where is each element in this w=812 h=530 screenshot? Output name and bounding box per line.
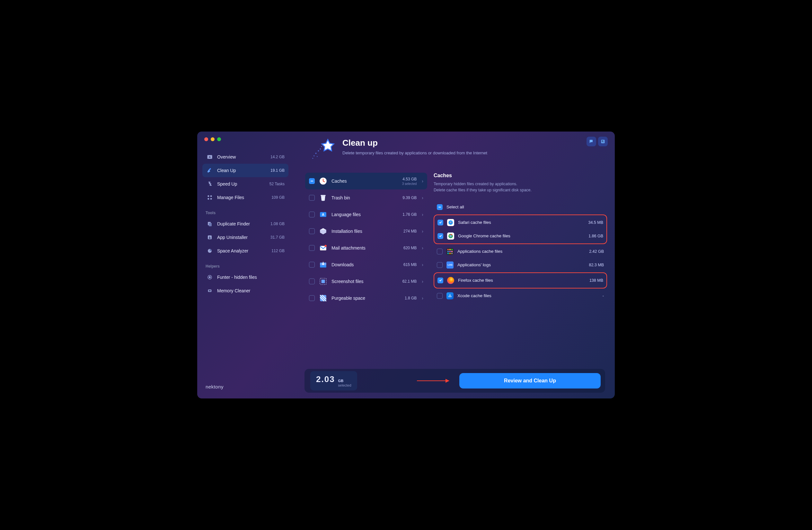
category-label: Downloads bbox=[332, 262, 400, 267]
sidebar-item-overview[interactable]: Overview 14.2 GB bbox=[202, 150, 288, 164]
category-checkbox[interactable] bbox=[309, 279, 315, 284]
page-header: Clean up Delete temporary files created … bbox=[295, 136, 609, 173]
svg-rect-34 bbox=[321, 280, 325, 283]
category-meta: 1.76 GB bbox=[403, 212, 417, 217]
zoom-window-button[interactable] bbox=[217, 137, 221, 141]
shot-icon bbox=[319, 277, 328, 286]
log-icon: LOG bbox=[447, 262, 453, 268]
feedback-button[interactable] bbox=[586, 137, 596, 146]
file-size: 1.86 GB bbox=[589, 234, 603, 238]
selection-unit: GB bbox=[338, 379, 344, 383]
lang-icon: A bbox=[319, 210, 328, 219]
svg-rect-17 bbox=[209, 290, 211, 291]
file-label: Google Chrome cache files bbox=[458, 234, 584, 238]
sidebar-item-duplicate-finder[interactable]: Duplicate Finder 1.08 GB bbox=[202, 217, 288, 231]
sidebar-item-label: Clean Up bbox=[217, 168, 266, 173]
file-label: Safari cache files bbox=[458, 220, 584, 225]
app-window: Overview 14.2 GB Clean Up 19.1 GB Speed … bbox=[197, 131, 615, 399]
cache-item-firefox-cache-files[interactable]: Firefox cache files 138 MB bbox=[434, 274, 606, 287]
file-label: Applications' logs bbox=[458, 262, 585, 267]
svg-point-20 bbox=[318, 150, 319, 152]
select-all-row[interactable]: Select all bbox=[434, 200, 607, 214]
category-checkbox[interactable] bbox=[309, 228, 315, 234]
selection-amount: 2.03 bbox=[316, 374, 335, 384]
sidebar-item-meta: 19.1 GB bbox=[271, 168, 285, 173]
svg-point-19 bbox=[314, 155, 315, 156]
close-window-button[interactable] bbox=[204, 137, 208, 141]
file-label: Firefox cache files bbox=[458, 278, 585, 283]
firefox-icon bbox=[447, 277, 454, 284]
file-checkbox[interactable] bbox=[437, 220, 443, 225]
blocks-icon bbox=[206, 194, 213, 201]
pie-icon bbox=[206, 247, 213, 254]
category-checkbox[interactable] bbox=[309, 262, 315, 268]
cache-item-google-chrome-cache-files[interactable]: Google Chrome cache files 1.86 GB bbox=[434, 229, 606, 243]
sidebar-item-label: Duplicate Finder bbox=[217, 221, 266, 226]
file-checkbox[interactable] bbox=[437, 293, 443, 299]
svg-point-15 bbox=[209, 277, 211, 278]
star-sweep-icon bbox=[308, 138, 337, 167]
xcode-icon bbox=[447, 292, 453, 299]
selection-summary: 2.03 GB selected bbox=[310, 371, 357, 390]
svg-point-24 bbox=[321, 146, 322, 147]
cache-item-applications-logs[interactable]: LOG Applications' logs 82.3 MB bbox=[434, 258, 607, 272]
svg-rect-4 bbox=[603, 141, 604, 141]
chevron-right-icon: › bbox=[422, 246, 423, 251]
sidebar-item-memory-cleaner[interactable]: Memory Cleaner bbox=[202, 284, 288, 297]
select-all-checkbox[interactable] bbox=[437, 204, 443, 210]
footer-bar: 2.03 GB selected Review and Clean Up bbox=[304, 369, 605, 393]
category-label: Mail attachments bbox=[332, 246, 400, 251]
cache-item-xcode-cache-files[interactable]: Xcode cache files - bbox=[434, 289, 607, 303]
category-meta: 274 MB bbox=[403, 229, 417, 234]
file-checkbox[interactable] bbox=[437, 262, 443, 268]
brand-logo: nektony bbox=[202, 381, 288, 392]
file-checkbox[interactable] bbox=[437, 249, 443, 254]
sidebar-item-app-uninstaller[interactable]: App Uninstaller 31.7 GB bbox=[202, 231, 288, 244]
sidebar-item-speed-up[interactable]: Speed Up 52 Tasks bbox=[202, 177, 288, 191]
cache-item-applications-cache-files[interactable]: Applications cache files 2.42 GB bbox=[434, 245, 607, 258]
category-installation-files[interactable]: Installation files 274 MB › bbox=[305, 223, 427, 240]
sidebar-item-funter-hidden-files[interactable]: Funter - hidden files bbox=[202, 270, 288, 284]
sidebar-item-label: Overview bbox=[217, 154, 266, 159]
category-screenshot-files[interactable]: Screenshot files 62.1 MB › bbox=[305, 273, 427, 290]
category-checkbox[interactable] bbox=[309, 212, 315, 218]
sidebar-item-manage-files[interactable]: Manage Files 109 GB bbox=[202, 191, 288, 204]
sidebar-item-clean-up[interactable]: Clean Up 19.1 GB bbox=[202, 164, 288, 177]
sidebar-item-label: App Uninstaller bbox=[217, 235, 266, 240]
category-checkbox[interactable] bbox=[309, 295, 315, 301]
category-meta: 4.53 GB3 selected bbox=[402, 177, 417, 185]
chevron-right-icon: › bbox=[422, 279, 423, 284]
safari-icon bbox=[447, 219, 454, 226]
sidebar-item-meta: 112 GB bbox=[272, 249, 285, 253]
category-trash-bin[interactable]: Trash bin 9.39 GB › bbox=[305, 190, 427, 206]
category-checkbox[interactable] bbox=[309, 245, 315, 251]
news-button[interactable] bbox=[598, 137, 608, 146]
file-checkbox[interactable] bbox=[437, 278, 443, 283]
svg-rect-1 bbox=[602, 141, 603, 141]
content-split: Caches 4.53 GB3 selected › Trash bin 9.3… bbox=[295, 173, 609, 366]
sidebar-section-helpers: Helpers bbox=[202, 261, 288, 270]
category-caches[interactable]: Caches 4.53 GB3 selected › bbox=[305, 173, 427, 190]
category-checkbox[interactable] bbox=[309, 195, 315, 201]
sidebar-item-space-analyzer[interactable]: Space Analyzer 112 GB bbox=[202, 244, 288, 257]
category-label: Installation files bbox=[332, 229, 400, 234]
box-icon bbox=[319, 227, 328, 236]
chevron-right-icon: › bbox=[422, 295, 423, 301]
annotation-highlight: Firefox cache files 138 MB bbox=[434, 273, 607, 289]
annotation-arrow bbox=[365, 380, 452, 381]
category-downloads[interactable]: Downloads 615 MB › bbox=[305, 256, 427, 273]
category-purgeable-space[interactable]: Purgeable space 1.8 GB › bbox=[305, 290, 427, 306]
category-language-files[interactable]: A Language files 1.76 GB › bbox=[305, 206, 427, 223]
svg-point-18 bbox=[316, 153, 317, 154]
category-mail-attachments[interactable]: Mail attachments 620 MB › bbox=[305, 240, 427, 256]
review-cleanup-button[interactable]: Review and Clean Up bbox=[459, 373, 601, 389]
category-checkbox[interactable] bbox=[309, 178, 315, 184]
main-panel: Clean up Delete temporary files created … bbox=[293, 131, 615, 399]
cache-item-safari-cache-files[interactable]: Safari cache files 34.5 MB bbox=[434, 216, 606, 229]
minimize-window-button[interactable] bbox=[211, 137, 215, 141]
file-size: 34.5 MB bbox=[588, 220, 603, 225]
category-label: Caches bbox=[332, 179, 398, 184]
chrome-icon bbox=[447, 233, 454, 240]
file-checkbox[interactable] bbox=[437, 233, 443, 239]
svg-rect-2 bbox=[602, 142, 604, 142]
